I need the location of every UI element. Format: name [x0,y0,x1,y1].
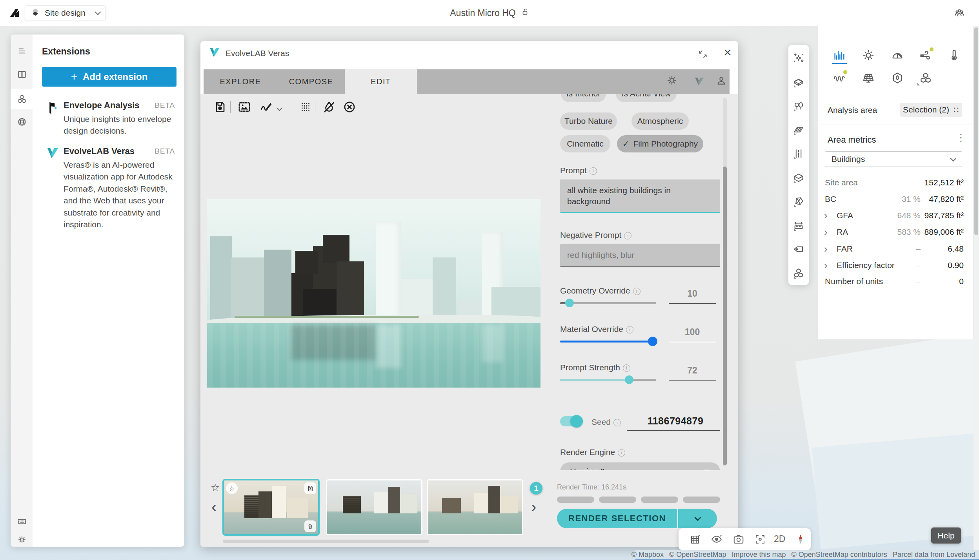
measure-tool-icon[interactable] [793,219,804,231]
slider-knob[interactable] [565,299,574,307]
render-selection-button[interactable]: RENDER SELECTION [557,509,677,528]
render-thumbnail[interactable] [326,479,422,535]
zone-surface-tool-icon[interactable] [793,124,804,136]
layers-list-icon[interactable] [16,45,28,57]
tab-explore[interactable]: EXPLORE [204,69,277,94]
render-options-dropdown-button[interactable] [678,509,717,528]
assets-cubes-tool-icon[interactable] [793,267,804,279]
render-preview-image[interactable] [207,199,540,388]
compass-north-icon[interactable] [795,533,806,545]
assets-analysis-cubes-icon[interactable] [919,71,932,85]
info-icon[interactable]: i [623,364,630,372]
solar-panel-icon[interactable] [862,71,875,85]
toggle-2d-button[interactable]: 2D [774,534,785,544]
halftone-grid-icon[interactable] [298,99,313,115]
kebab-menu-icon[interactable]: ⋮ [956,132,966,144]
chip-atmospheric[interactable]: Atmospheric [631,112,689,130]
select-image-region-icon[interactable] [237,99,252,115]
prompt-input[interactable]: all white existing buildings in backgrou… [560,179,720,213]
thumbnail-delete-icon[interactable] [304,520,316,532]
attribution-mapbox[interactable]: © Mapbox [631,551,664,559]
settings-scrollbar-thumb[interactable] [723,167,727,465]
chip-is-interior[interactable]: Is Interior [561,94,606,102]
select-transform-icon[interactable] [793,52,804,64]
info-icon[interactable]: i [624,232,631,239]
noise-analysis-icon[interactable] [833,71,846,85]
expand-chevron-icon[interactable]: › [824,210,828,222]
metrics-category-select[interactable]: Buildings [825,151,962,167]
sun-analysis-icon[interactable] [862,49,875,62]
material-override-value[interactable]: 100 [669,327,716,337]
chip-is-aerial-view[interactable]: Is Aerial View [616,94,677,102]
visibility-eye-icon[interactable] [711,533,722,545]
area-metrics-chart-icon[interactable] [833,49,846,62]
favorites-star-icon[interactable]: ☆ [211,482,220,494]
help-button[interactable]: Help [931,527,961,544]
sketch-style-icon[interactable] [258,99,274,115]
veras-account-logo-icon[interactable] [693,75,706,89]
prompt-strength-value[interactable]: 72 [669,365,716,376]
chip-turbo-nature[interactable]: Turbo Nature [560,112,617,130]
expand-chevron-icon[interactable]: › [824,226,828,238]
info-icon[interactable]: i [633,288,641,295]
thumbnails-scrollbar[interactable] [223,540,429,543]
collapse-window-icon[interactable] [698,49,709,60]
globe-icon[interactable] [16,116,28,128]
library-book-icon[interactable] [16,69,28,80]
thumbnails-prev-icon[interactable]: ‹ [211,499,217,515]
grid-ruler-icon[interactable] [690,533,701,545]
site-limit-tool-icon[interactable] [793,172,804,183]
negative-prompt-input[interactable] [560,244,720,267]
close-icon[interactable]: × [721,44,735,60]
geometry-override-slider[interactable] [560,302,656,304]
info-icon[interactable]: i [590,167,597,175]
expand-chevron-icon[interactable]: › [824,243,828,255]
info-icon[interactable]: i [618,449,625,457]
seed-toggle[interactable] [560,416,581,426]
toggle-knob[interactable] [570,415,583,428]
generic-geometry-tool-icon[interactable] [793,196,804,207]
seed-value[interactable]: 1186794879 [631,415,720,427]
vegetation-tool-icon[interactable] [793,100,804,112]
thumbnail-save-icon[interactable] [304,482,316,494]
thumbnail-star-icon[interactable]: ☆ [226,482,238,494]
selection-chip[interactable]: Selection (2) [900,103,962,117]
chip-film-photography[interactable]: ✓ Film Photography [617,135,703,152]
render-engine-select[interactable]: Version 6 [560,462,720,470]
thumbnails-next-icon[interactable]: › [531,499,536,515]
microclimate-thermometer-icon[interactable] [947,49,961,62]
settings-gear-icon[interactable] [16,534,28,546]
slider-knob[interactable] [648,337,657,346]
attribution-osm-contributors[interactable]: © OpenStreetMap contributors [791,551,887,559]
tab-compose[interactable]: COMPOSE [277,69,345,94]
chip-cinematic[interactable]: Cinematic [560,135,610,152]
daylight-dome-icon[interactable] [891,49,904,62]
save-render-icon[interactable] [212,99,228,115]
extensions-cubes-icon[interactable] [16,93,28,105]
tab-edit[interactable]: EDIT [345,69,417,94]
prompt-strength-slider[interactable] [560,379,656,381]
render-thumbnail-selected[interactable]: ☆ [223,479,319,535]
render-thumbnail[interactable] [427,479,523,535]
mode-selector[interactable]: Site design [25,5,106,20]
autodesk-forma-logo[interactable] [9,7,20,19]
label-tag-tool-icon[interactable] [793,243,804,255]
page-scrollbar-thumb[interactable] [974,27,978,235]
attribution-improve-link[interactable]: Improve this map [732,551,786,559]
embodied-carbon-icon[interactable] [891,71,904,85]
focus-selection-icon[interactable] [754,533,766,545]
attribution-osm[interactable]: © OpenStreetMap [669,551,726,559]
building-tool-icon[interactable] [793,76,804,88]
wind-analysis-icon[interactable] [919,49,932,62]
clear-selection-icon[interactable] [342,99,357,115]
collaborators-icon[interactable] [953,7,966,20]
info-icon[interactable]: i [626,326,633,333]
expand-chevron-icon[interactable]: › [824,259,828,272]
slider-knob[interactable] [625,375,633,384]
geometry-override-value[interactable]: 10 [669,288,716,299]
attribution-parcel[interactable]: Parcel data from Loveland [893,551,975,559]
screenshot-camera-icon[interactable] [733,533,744,545]
material-override-slider[interactable] [560,341,656,343]
sketch-options-chevron-icon[interactable] [277,105,282,112]
user-profile-icon[interactable] [715,74,729,89]
